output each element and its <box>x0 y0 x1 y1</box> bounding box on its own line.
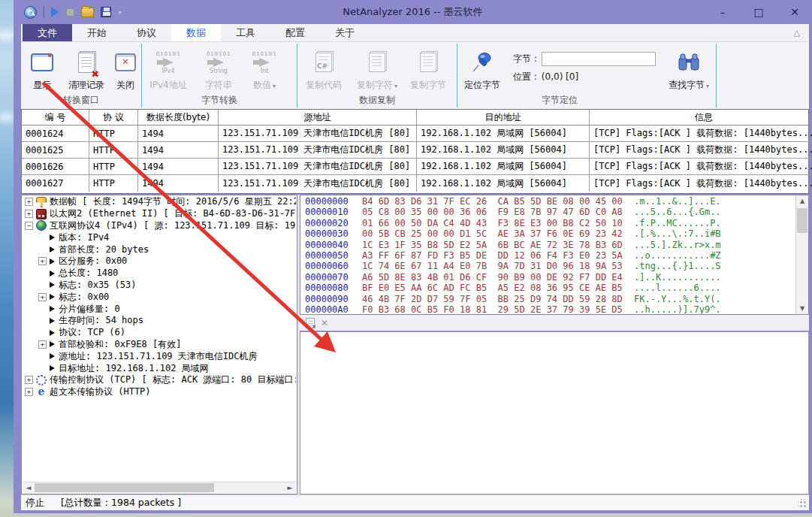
tree-hscrollbar[interactable]: ◄ ► <box>23 482 296 493</box>
tab-协议[interactable]: 协议 <box>122 24 171 41</box>
cell-proto: HTTP <box>89 159 138 174</box>
string-convert-button[interactable]: 010101String 字符串 <box>195 45 243 92</box>
column-header[interactable]: 目的地址 <box>417 110 590 125</box>
tree-item[interactable]: 协议: TCP (6) <box>23 327 296 339</box>
hex-row[interactable]: 000000A0F0 B3 68 0C B5 F0 18 81 29 5D 2E… <box>305 304 795 314</box>
tree-item[interactable]: 标志: 0x35 (53) <box>23 280 296 292</box>
tree-item[interactable]: 版本: IPv4 <box>23 231 296 243</box>
hex-row[interactable]: 0000009046 4B 7F 2D D7 59 7F 05 BB 25 D9… <box>305 294 795 304</box>
tree-item[interactable]: +首部校验和: 0xF9E8 [有效] <box>23 339 296 351</box>
tab-开始[interactable]: 开始 <box>72 24 122 41</box>
collapse-ribbon-icon[interactable]: △ <box>794 28 800 38</box>
tree-item[interactable]: +标志: 0x00 <box>23 291 296 303</box>
hex-ascii: .[.%...\.:7..i#B <box>634 228 721 239</box>
tree-item[interactable]: 目标地址: 192.168.1.102 局域网 <box>23 362 296 374</box>
hex-row[interactable]: 00000080BF E0 E5 AA 6C AD FC B5 A5 E2 08… <box>305 283 795 293</box>
start-capture-icon[interactable] <box>51 7 59 17</box>
tab-数据[interactable]: 数据 <box>171 24 221 41</box>
number-convert-button[interactable]: 010101Int 数值▾ <box>243 45 286 92</box>
tree-item[interactable]: 总长度: 1480 <box>23 268 296 280</box>
column-header[interactable]: 源地址 <box>219 110 417 125</box>
locate-byte-button[interactable]: 定位字节 <box>457 45 507 92</box>
hex-row[interactable]: 00000000B4 6D 83 D6 31 7F EC 26 CA B5 5D… <box>305 196 795 207</box>
clear-records-button[interactable]: ✖ 清理记录 <box>63 45 110 92</box>
stop-capture-icon[interactable] <box>66 8 74 17</box>
quickaccess-chevron-icon[interactable]: ▾ <box>118 8 122 17</box>
hex-row[interactable]: 00000050A3 FF 6F 87 FD F3 B5 DE DD 12 06… <box>305 250 795 261</box>
tree-item[interactable]: −互联网协议4 (IPv4) [ 源: 123.151.71.109 目标: 1… <box>23 220 296 232</box>
table-row[interactable]: 0001627HTTP1494123.151.71.109 天津市电信IDC机房… <box>22 175 812 192</box>
tree-item[interactable]: +区分服务: 0x00 <box>23 255 296 268</box>
ribbon-group-data-copy: C# 复制代码 复制字符▾ 复制字节 数据复制 <box>297 42 457 109</box>
table-row[interactable]: 0001626HTTP1494123.151.71.109 天津市电信IDC机房… <box>22 159 812 175</box>
tree-item[interactable]: +以太网2 (Ethernet II) [ 目标: B4-6D-83-D6-31… <box>23 208 296 220</box>
ipv4-address-button[interactable]: 010101IPv4 IPv4地址 <box>142 45 195 92</box>
cell-src: 123.151.71.109 天津市电信IDC机房 [80] <box>219 175 417 192</box>
hex-row[interactable]: 000000601C 74 6E 67 11 A4 E0 7B 9A 7D 31… <box>305 261 795 271</box>
byte-input[interactable] <box>542 52 656 66</box>
open-file-icon[interactable] <box>81 8 94 17</box>
hex-offset: 00000090 <box>305 294 362 304</box>
copy-bytes-button[interactable]: 复制字节 <box>404 45 452 92</box>
copy-chars-icon <box>369 53 385 72</box>
convert-result-panel[interactable] <box>300 331 809 494</box>
tree-item[interactable]: 源地址: 123.151.71.109 天津市电信IDC机房 <box>23 350 296 362</box>
hex-row[interactable]: 00000070A6 5D 8E 83 4B 01 D6 CF 90 B9 00… <box>305 272 795 283</box>
expand-plus-icon[interactable]: + <box>25 388 33 396</box>
scrollbar-thumb[interactable] <box>797 208 807 233</box>
tree-item-text: 区分服务: 0x00 <box>59 255 127 268</box>
tree-item[interactable]: +数据帧 [ 长度: 1494字节 时间: 2016/5/6 星期五 22:28… <box>23 196 296 208</box>
group-label: 字节定位 <box>457 94 662 107</box>
tree-item-text: 超文本传输协议 (HTTP) <box>50 385 151 398</box>
find-bytes-button[interactable]: 查找字节▾ <box>662 45 716 92</box>
field-arrow-icon <box>50 246 55 252</box>
scrollbar-thumb[interactable] <box>35 483 214 492</box>
table-row[interactable]: 0001624HTTP1494123.151.71.109 天津市电信IDC机房… <box>22 125 812 142</box>
hex-row[interactable]: 000000401C E3 1F 35 B8 5D E2 5A 6B BC AE… <box>305 240 795 250</box>
expand-plus-icon[interactable]: + <box>38 257 47 265</box>
hex-row[interactable]: 0000001005 C8 00 35 00 00 36 06 F9 E8 7B… <box>305 207 795 217</box>
expand-plus-icon[interactable]: + <box>25 376 33 384</box>
resize-grip-icon[interactable] <box>798 499 807 508</box>
close-view-icon[interactable]: ✕ <box>321 318 328 328</box>
tree-item-text: 版本: IPv4 <box>59 231 109 244</box>
hex-row[interactable]: 0000002001 66 00 50 DA C4 4D 43 F3 8E E3… <box>305 218 795 228</box>
hex-row[interactable]: 0000003000 5B CB 25 00 00 D1 5C AE 3A 37… <box>305 228 795 239</box>
tab-关于[interactable]: 关于 <box>320 24 370 41</box>
field-arrow-icon <box>50 294 55 300</box>
scroll-down-icon[interactable]: ▼ <box>796 303 808 314</box>
save-file-icon[interactable] <box>101 7 111 17</box>
scroll-right-icon[interactable]: ► <box>284 484 296 491</box>
scroll-left-icon[interactable]: ◄ <box>23 484 35 491</box>
table-row[interactable]: 0001625HTTP1494123.151.71.109 天津市电信IDC机房… <box>22 142 812 159</box>
column-header[interactable]: 数据长度(byte) <box>138 110 219 125</box>
column-header[interactable]: 编 号 <box>22 110 89 125</box>
column-header[interactable]: 协 议 <box>89 110 138 125</box>
clear-document-icon[interactable] <box>306 318 315 328</box>
expand-plus-icon[interactable]: + <box>38 293 47 301</box>
maximize-button[interactable]: □ <box>752 6 765 18</box>
tab-文件[interactable]: 文件 <box>23 24 72 41</box>
close-button[interactable]: ✕ <box>788 6 801 18</box>
tree-item[interactable]: 分片偏移量: 0 <box>23 303 296 315</box>
column-header[interactable]: 信息 <box>590 110 812 125</box>
tree-item[interactable]: 首部长度: 20 bytes <box>23 243 296 255</box>
show-button[interactable]: 显示 <box>21 45 63 92</box>
wallpaper-cloud <box>0 113 15 122</box>
scroll-up-icon[interactable]: ▲ <box>796 195 808 207</box>
hex-vscrollbar[interactable]: ▲ ▼ <box>795 195 808 314</box>
close-convert-button[interactable]: 关闭 <box>110 45 141 92</box>
tree-item[interactable]: +传输控制协议 (TCP) [ 标志: ACK 源端口: 80 目标端口: 5 <box>23 374 296 386</box>
expand-plus-icon[interactable]: + <box>25 198 33 206</box>
copy-chars-button[interactable]: 复制字符▾ <box>350 45 404 92</box>
tab-配置[interactable]: 配置 <box>270 24 320 41</box>
collapse-minus-icon[interactable]: − <box>25 222 33 230</box>
tree-item-text: 互联网协议4 (IPv4) [ 源: 123.151.71.109 目标: 19… <box>50 219 296 232</box>
expand-plus-icon[interactable]: + <box>25 210 33 218</box>
tree-item[interactable]: +e超文本传输协议 (HTTP) <box>23 386 296 398</box>
minimize-button[interactable]: – <box>716 6 729 18</box>
copy-code-button[interactable]: C# 复制代码 <box>297 45 350 92</box>
tree-item[interactable]: 生存时间: 54 hops <box>23 315 296 327</box>
tab-工具[interactable]: 工具 <box>221 24 270 41</box>
expand-plus-icon[interactable]: + <box>38 340 47 349</box>
